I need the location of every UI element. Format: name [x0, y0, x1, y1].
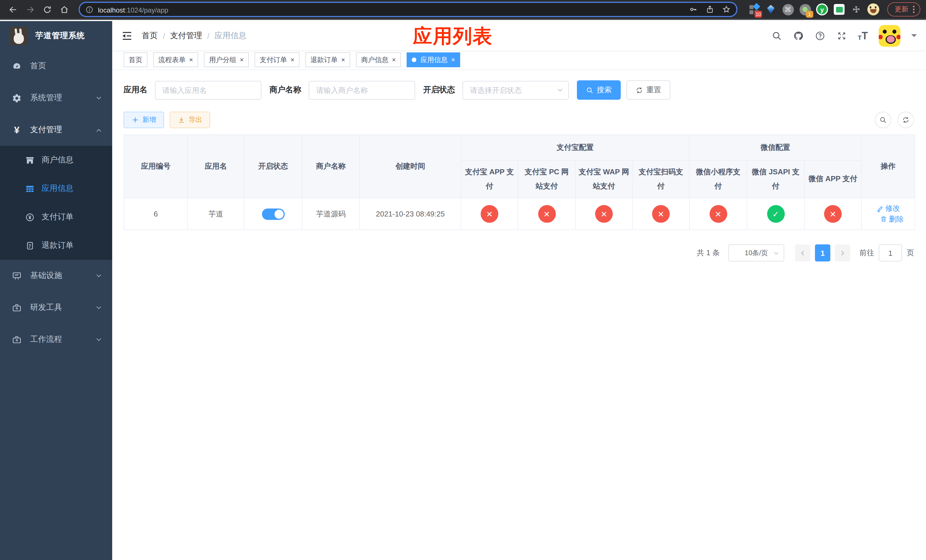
chevron-down-icon [557, 87, 563, 93]
browser-profile-avatar[interactable] [867, 3, 879, 15]
password-key-icon[interactable] [689, 5, 698, 14]
export-button[interactable]: 导出 [170, 112, 210, 128]
pagination-total: 共 1 条 [697, 248, 720, 258]
goto-page-input[interactable] [879, 244, 902, 262]
fullscreen-icon[interactable] [836, 30, 847, 41]
close-icon[interactable]: × [240, 56, 244, 63]
current-page-button[interactable]: 1 [815, 244, 830, 262]
chevron-left-icon [800, 250, 806, 256]
avatar-caret-icon[interactable] [911, 34, 917, 40]
app-name-label: 应用名 [124, 85, 147, 95]
sidebar-item-app-info[interactable]: 应用信息 [0, 174, 112, 203]
col-alipay-wap: 支付宝 WAP 网站支付 [575, 160, 632, 198]
browser-home-button[interactable] [57, 2, 72, 17]
browser-reload-button[interactable] [40, 2, 54, 17]
tab-home[interactable]: 首页 [124, 52, 147, 67]
col-status: 开启状态 [244, 135, 302, 198]
filter-form: 应用名 商户名称 开启状态 搜索 重置 [124, 80, 914, 100]
cell-created: 2021-10-23 08:49:25 [360, 198, 461, 230]
close-icon[interactable]: × [291, 56, 294, 63]
tab-user-group[interactable]: 用户分组× [204, 52, 249, 67]
share-icon[interactable] [706, 5, 714, 14]
prev-page-button[interactable] [795, 244, 810, 262]
status-select[interactable] [462, 80, 569, 100]
cell-app-id: 6 [124, 198, 188, 230]
reset-button[interactable]: 重置 [626, 80, 670, 100]
page-size-select[interactable]: 10条/页 [728, 244, 784, 262]
refresh-table-button[interactable] [897, 112, 914, 128]
sidebar-item-system[interactable]: 系统管理 [0, 82, 112, 114]
search-button[interactable]: 搜索 [577, 80, 621, 100]
chevron-down-icon [96, 304, 102, 311]
col-wechat-app: 微信 APP 支付 [804, 160, 861, 198]
github-icon[interactable] [793, 30, 804, 41]
page-annotation-title: 应用列表 [413, 23, 493, 50]
breadcrumb-payment[interactable]: 支付管理 [170, 30, 202, 41]
header-search-icon[interactable] [772, 30, 782, 41]
extension-chat-icon[interactable] [833, 3, 845, 15]
toggle-search-button[interactable] [875, 112, 891, 128]
help-icon[interactable] [815, 30, 826, 41]
extension-green-y-icon[interactable]: y [816, 3, 828, 15]
tab-app-info[interactable]: 应用信息× [407, 52, 460, 67]
delete-link[interactable]: 删除 [880, 214, 904, 224]
extension-recorder-icon[interactable]: 1 [799, 3, 811, 15]
tab-merchant-info[interactable]: 商户信息× [356, 52, 401, 67]
app-logo[interactable]: 芋道管理系统 [0, 21, 112, 50]
address-bar[interactable]: localhost:1024/pay/app [79, 2, 737, 17]
url-path: :1024/pay/app [125, 6, 168, 14]
alipay-qr-status-icon: ✕ [652, 205, 670, 223]
close-icon[interactable]: × [451, 56, 455, 63]
data-table: 应用编号 应用名 开启状态 商户名称 创建时间 支付宝配置 微信配置 操作 支付… [124, 135, 914, 230]
bookmark-star-icon[interactable] [722, 5, 731, 14]
extension-command-icon[interactable]: ⌘ [782, 3, 794, 15]
table-row: 6 芋道 芋道源码 2021-10-23 08:49:25 ✕ ✕ ✕ ✕ ✕ … [124, 198, 915, 230]
extension-grid-diamond-icon[interactable]: 10 [748, 3, 760, 15]
yen-icon: ¥ [12, 125, 22, 135]
sidebar-item-infrastructure[interactable]: 基础设施 [0, 260, 112, 292]
browser-update-button[interactable]: 更新 [887, 2, 920, 17]
sidebar-item-home[interactable]: 首页 [0, 50, 112, 82]
sidebar-item-pay-order[interactable]: 支付订单 [0, 203, 112, 231]
close-icon[interactable]: × [341, 56, 345, 63]
browser-back-button[interactable] [6, 2, 21, 17]
breadcrumb-home[interactable]: 首页 [142, 30, 158, 41]
edit-link[interactable]: 修改 [876, 203, 900, 213]
site-info-icon[interactable] [85, 5, 94, 14]
sidebar-item-payment[interactable]: ¥ 支付管理 [0, 114, 112, 146]
app-name-input[interactable] [155, 80, 262, 100]
merchant-name-input[interactable] [309, 80, 415, 100]
close-icon[interactable]: × [392, 56, 396, 63]
chevron-down-icon [773, 251, 779, 256]
chevron-down-icon [96, 336, 102, 343]
tab-pay-order[interactable]: 支付订单× [254, 52, 300, 67]
plus-icon [132, 116, 139, 124]
edit-pencil-icon [876, 205, 884, 212]
document-icon [25, 241, 35, 250]
group-alipay-config: 支付宝配置 [461, 135, 689, 160]
browser-forward-button[interactable] [23, 2, 38, 17]
font-size-icon[interactable]: TT [858, 30, 868, 41]
col-wechat-mini: 微信小程序支付 [689, 160, 747, 198]
search-icon [879, 116, 887, 124]
tab-process-form[interactable]: 流程表单× [153, 52, 198, 67]
next-page-button[interactable] [835, 244, 850, 262]
sidebar-item-workflow[interactable]: 工作流程 [0, 324, 112, 356]
extensions-puzzle-icon[interactable] [850, 3, 862, 15]
briefcase-icon [12, 335, 22, 344]
sidebar-item-dev-tools[interactable]: 研发工具 [0, 292, 112, 324]
user-avatar[interactable] [879, 25, 900, 47]
tab-refund-order[interactable]: 退款订单× [305, 52, 350, 67]
chevron-down-icon [96, 272, 102, 279]
table-toolbar: 新增 导出 [124, 112, 914, 128]
close-icon[interactable]: × [189, 56, 193, 63]
col-alipay-app: 支付宝 APP 支付 [461, 160, 518, 198]
extension-blue-gem-icon[interactable] [765, 3, 777, 15]
sidebar-item-refund-order[interactable]: 退款订单 [0, 231, 112, 260]
add-button[interactable]: 新增 [124, 112, 164, 128]
browser-menu-icon[interactable] [913, 6, 915, 13]
sidebar-fold-icon[interactable] [121, 30, 133, 41]
url-host: localhost [98, 6, 125, 14]
enable-switch[interactable] [262, 208, 284, 219]
sidebar-item-merchant-info[interactable]: 商户信息 [0, 146, 112, 174]
